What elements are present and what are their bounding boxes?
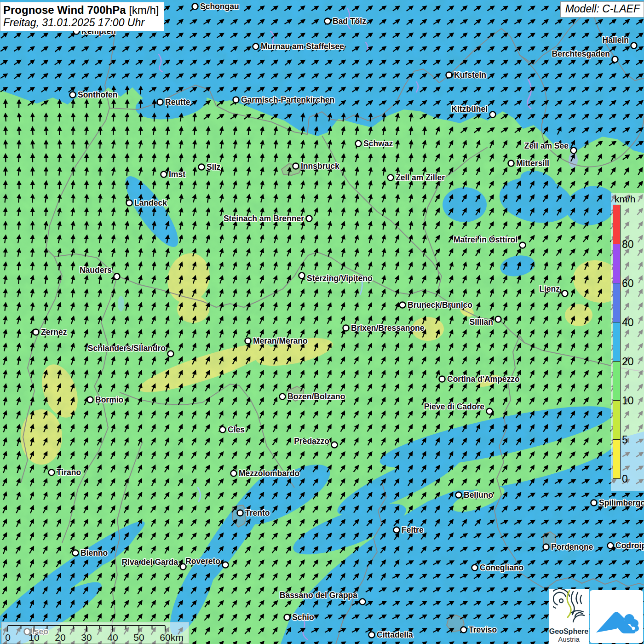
city-label: Cortina d'Ampezzo xyxy=(447,374,520,384)
scalebar-label: 20 xyxy=(55,632,65,642)
city-label: Schongau xyxy=(200,2,239,11)
wind-arrow xyxy=(86,222,87,230)
wind-arrow xyxy=(19,128,19,135)
wind-arrow xyxy=(113,155,114,162)
city-mezzolombardo: Mezzolombardo xyxy=(231,469,300,478)
wind-arrow xyxy=(73,236,73,243)
wind-arrow xyxy=(140,182,141,189)
city-label: Schio xyxy=(292,613,314,622)
city-marker xyxy=(612,57,618,63)
legend-tick-label: 20 xyxy=(622,356,643,368)
city-label: Nauders xyxy=(80,265,112,275)
wind-arrow xyxy=(6,155,6,162)
wind-arrow xyxy=(6,141,6,149)
city-marker xyxy=(87,397,93,403)
city-label: Bozen/Bolzano xyxy=(288,392,345,401)
wind-arrow xyxy=(73,114,74,121)
city-label: Codroipo xyxy=(615,541,644,550)
legend-segment-20 xyxy=(613,322,621,362)
city-label: Mittersill xyxy=(516,159,549,168)
legend-tick-label: 40 xyxy=(622,316,643,328)
city-label: Mezzolombardo xyxy=(239,469,299,478)
city-murnau-am-staffelsee: Murnau am Staffelsee xyxy=(253,42,345,51)
wind-arrow xyxy=(59,168,60,176)
distance-scalebar: 0102030405060km xyxy=(1,622,189,644)
map-title: Prognose Wind 700hPa [km/h] xyxy=(3,3,159,17)
wind-arrow xyxy=(73,101,73,108)
wind-arrow xyxy=(33,128,33,135)
city-marker xyxy=(369,632,375,638)
wind-arrow xyxy=(5,249,6,257)
wind-arrow xyxy=(424,128,425,135)
city-label: Cles xyxy=(228,425,245,434)
legend-segment-10 xyxy=(613,361,621,401)
city-label: Garmisch-Partenkirchen xyxy=(241,95,334,104)
wind-arrow xyxy=(46,209,46,216)
scalebar-ruler: 0102030405060km xyxy=(2,622,188,642)
city-label: Bad Tölz xyxy=(333,17,366,26)
geosphere-org-name: GeoSphere xyxy=(549,627,589,635)
city-label: Tirano xyxy=(57,468,81,477)
wind-arrow xyxy=(59,114,60,121)
wind-arrow xyxy=(5,182,6,189)
legend-segment-0 xyxy=(613,439,621,479)
wind-arrow xyxy=(127,182,127,189)
city-marker xyxy=(192,4,198,10)
wind-arrow xyxy=(127,141,127,149)
legend-segment-60 xyxy=(613,244,621,283)
city-marker xyxy=(356,141,362,147)
wind-arrow xyxy=(316,114,317,121)
city-imst: Imst xyxy=(161,170,186,179)
city-marker xyxy=(237,510,243,516)
city-cles: Cles xyxy=(220,425,245,434)
legend-tick-label: 80 xyxy=(622,238,643,250)
city-label: Steinach am Brenner xyxy=(224,214,304,223)
wind-arrow xyxy=(86,196,87,203)
map-title-unit: [km/h] xyxy=(126,4,159,16)
map-title-datetime: Freitag, 31.01.2025 17:00 Uhr xyxy=(3,17,159,29)
city-label: Riva del Garda xyxy=(121,558,178,567)
weather-map: SchongauBad TölzKemptenMurnau am Staffel… xyxy=(0,0,644,644)
wind-arrow xyxy=(86,155,87,162)
wind-arrow xyxy=(19,101,19,108)
city-label: Reutte xyxy=(165,98,190,107)
city-marker xyxy=(543,544,549,550)
city-marker xyxy=(223,562,229,568)
wind-arrow xyxy=(59,155,60,162)
city-garmisch-partenkirchen: Garmisch-Partenkirchen xyxy=(233,95,335,104)
city-marker xyxy=(472,565,478,571)
city-marker xyxy=(508,161,514,167)
city-marker xyxy=(490,112,496,118)
wind-arrow xyxy=(86,101,86,108)
city-marker xyxy=(299,273,305,279)
city-marker xyxy=(495,316,501,322)
wind-arrow xyxy=(100,196,100,203)
city-label: Sillian xyxy=(469,317,493,327)
city-label: Zernez xyxy=(41,328,67,337)
city-silz: Silz xyxy=(199,162,221,172)
wind-arrow xyxy=(113,114,114,121)
city-label: Lienz xyxy=(539,284,560,293)
wind-arrow xyxy=(59,101,60,108)
wind-arrow xyxy=(100,114,100,121)
wind-arrow xyxy=(141,128,141,135)
city-marker xyxy=(446,72,452,78)
wind-arrow xyxy=(100,168,100,176)
city-marker xyxy=(168,351,174,357)
wind-arrow xyxy=(6,114,6,121)
city-label: Treviso xyxy=(469,625,497,634)
wind-arrow xyxy=(19,222,19,230)
city-marker xyxy=(114,274,120,280)
city-cortina-d-ampezzo: Cortina d'Ampezzo xyxy=(439,374,520,384)
city-zell-am-ziller: Zell am Ziller xyxy=(388,173,445,182)
city-marker xyxy=(280,394,286,400)
city-marker xyxy=(520,242,526,248)
city-marker xyxy=(70,92,76,98)
city-label: Feltre xyxy=(402,525,424,535)
wind-arrow xyxy=(18,276,19,284)
scalebar-label: 50 xyxy=(133,632,144,642)
wind-arrow xyxy=(100,236,101,243)
city-label: Sterzing/Vipiteno xyxy=(307,274,373,283)
wind-arrow xyxy=(167,114,168,121)
city-label: Innsbruck xyxy=(301,161,339,171)
